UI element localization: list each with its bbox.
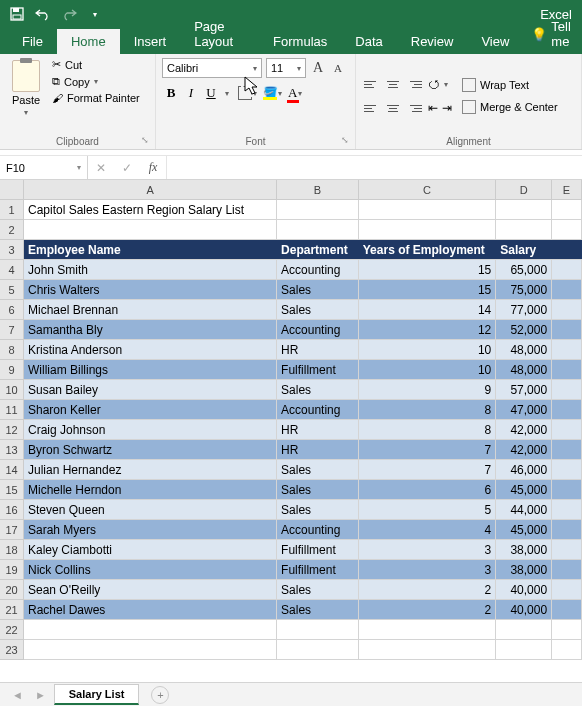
cell[interactable]: 8 [359,420,497,439]
sheet-tab[interactable]: Salary List [54,684,140,705]
cell[interactable] [552,460,582,479]
row-header[interactable]: 13 [0,440,23,460]
row-header[interactable]: 15 [0,480,23,500]
prev-sheet-icon[interactable]: ◄ [8,689,27,701]
row-header[interactable]: 22 [0,620,23,640]
cell[interactable]: Fulfillment [277,560,359,579]
align-middle-button[interactable] [384,75,402,93]
tab-file[interactable]: File [8,29,57,54]
cell[interactable]: Fulfillment [277,360,359,379]
cell[interactable] [552,480,582,499]
cell[interactable] [496,640,552,659]
col-header[interactable]: D [496,180,552,199]
row-header[interactable]: 9 [0,360,23,380]
spreadsheet[interactable]: A B C D E 123456789101112131415161718192… [0,180,582,682]
borders-button[interactable]: ▾ [238,86,257,100]
cell[interactable]: 2 [359,580,497,599]
cell[interactable]: Accounting [277,520,359,539]
cell-grid[interactable]: Capitol Sales Eastern Region Salary List… [24,200,582,660]
undo-icon[interactable] [32,3,54,25]
cell[interactable]: 5 [359,500,497,519]
cell[interactable]: Sean O'Reilly [24,580,277,599]
cell[interactable] [552,360,582,379]
cell[interactable] [552,540,582,559]
cell[interactable]: 9 [359,380,497,399]
cell[interactable]: 75,000 [496,280,552,299]
cell[interactable] [277,620,359,639]
cell[interactable]: Sales [277,600,359,619]
cell[interactable]: Chris Walters [24,280,277,299]
cell[interactable]: 52,000 [496,320,552,339]
fill-color-button[interactable]: 🪣▾ [263,86,282,100]
qat-dropdown-icon[interactable]: ▾ [84,3,106,25]
cell[interactable]: 6 [359,480,497,499]
cell[interactable]: Department [277,240,359,259]
col-header[interactable]: A [24,180,277,199]
cell[interactable] [552,320,582,339]
cell[interactable]: Salary [496,240,552,259]
cell[interactable]: John Smith [24,260,277,279]
row-header[interactable]: 12 [0,420,23,440]
chevron-down-icon[interactable]: ▾ [222,84,232,102]
cell[interactable] [359,200,497,219]
merge-center-button[interactable]: Merge & Center [462,100,558,114]
row-headers[interactable]: 1234567891011121314151617181920212223 [0,200,24,660]
cell[interactable] [552,560,582,579]
row-header[interactable]: 16 [0,500,23,520]
cut-button[interactable]: ✂ Cut [52,58,140,71]
italic-button[interactable]: I [182,84,200,102]
cell[interactable]: 77,000 [496,300,552,319]
cell[interactable]: 42,000 [496,420,552,439]
font-name-dropdown[interactable]: Calibri ▾ [162,58,262,78]
col-header[interactable]: E [552,180,582,199]
chevron-down-icon[interactable]: ▾ [444,80,448,89]
row-header[interactable]: 2 [0,220,23,240]
name-box[interactable]: F10 ▾ [0,156,88,179]
cell[interactable] [552,260,582,279]
bold-button[interactable]: B [162,84,180,102]
add-sheet-icon[interactable]: + [151,686,169,704]
align-left-button[interactable] [362,99,380,117]
row-header[interactable]: 5 [0,280,23,300]
cell[interactable] [359,620,497,639]
increase-indent-icon[interactable]: ⇥ [442,101,452,115]
cell[interactable]: William Billings [24,360,277,379]
row-header[interactable]: 4 [0,260,23,280]
cell[interactable]: Samantha Bly [24,320,277,339]
cell[interactable] [496,200,552,219]
font-color-button[interactable]: A▾ [288,85,302,101]
cell[interactable]: Sales [277,300,359,319]
fx-icon[interactable]: fx [140,160,166,175]
cell[interactable]: Nick Collins [24,560,277,579]
cell[interactable]: Craig Johnson [24,420,277,439]
orientation-icon[interactable]: ⭯ [428,77,440,91]
cell[interactable]: Employee Name [24,240,277,259]
align-right-button[interactable] [406,99,424,117]
row-header[interactable]: 14 [0,460,23,480]
cell[interactable]: 38,000 [496,560,552,579]
row-header[interactable]: 11 [0,400,23,420]
tab-data[interactable]: Data [341,29,396,54]
decrease-font-icon[interactable]: A [330,60,346,76]
row-header[interactable]: 3 [0,240,23,260]
col-header[interactable]: B [277,180,359,199]
dialog-launcher-icon[interactable]: ⤡ [341,135,349,145]
cell[interactable] [24,640,277,659]
cell[interactable]: 3 [359,560,497,579]
accept-formula-icon[interactable]: ✓ [114,161,140,175]
cell[interactable]: 15 [359,260,497,279]
copy-button[interactable]: ⧉ Copy ▾ [52,75,140,88]
cell[interactable]: 48,000 [496,360,552,379]
increase-font-icon[interactable]: A [310,60,326,76]
align-center-button[interactable] [384,99,402,117]
row-header[interactable]: 10 [0,380,23,400]
cell[interactable]: 7 [359,440,497,459]
cell[interactable]: 10 [359,360,497,379]
cell[interactable] [552,600,582,619]
cell[interactable]: Capitol Sales Eastern Region Salary List [24,200,277,219]
cell[interactable] [552,580,582,599]
cell[interactable] [24,220,277,239]
tab-formulas[interactable]: Formulas [259,29,341,54]
cell[interactable]: HR [277,340,359,359]
col-header[interactable]: C [359,180,497,199]
